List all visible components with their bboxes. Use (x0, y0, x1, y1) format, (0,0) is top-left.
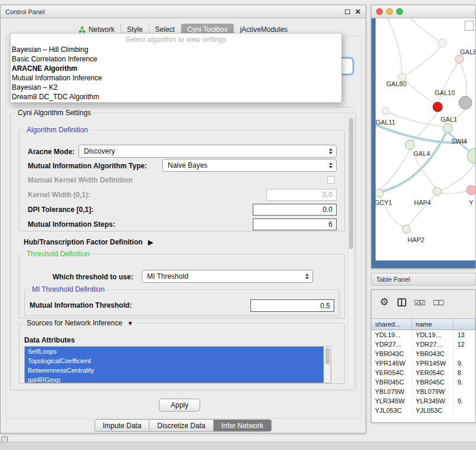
network-window-titlebar[interactable] (371, 5, 475, 18)
algorithm-option-mutual-information-inference[interactable]: Mutual Information Inference (11, 73, 341, 83)
close-traffic-light[interactable] (376, 8, 383, 15)
network-node[interactable] (438, 39, 446, 47)
table-cell[interactable]: YDL19... (412, 330, 454, 340)
mi-steps-field[interactable]: 6 (253, 219, 337, 230)
attributes-scrollbar[interactable] (324, 347, 331, 383)
data-attribute-item-topologicalcoefficient[interactable]: TopologicalCoefficient (25, 356, 324, 366)
table-row[interactable]: YLR345WYLR345W9. (371, 396, 475, 406)
aracne-mode-select[interactable]: Discovery (79, 145, 337, 158)
data-attribute-item-gal4rgexp[interactable]: gal4RGexp (25, 375, 324, 383)
mi-threshold-field[interactable]: 0.5 (250, 299, 334, 312)
table-row[interactable]: YER054CYER054C8. (371, 368, 475, 377)
network-node[interactable] (467, 185, 475, 195)
attributes-scrollbar-thumb[interactable] (325, 348, 330, 364)
network-canvas[interactable]: GAL8GAL80GAL10GAL11GAL1SWI4GAL4GCY1HAP4Y… (376, 18, 475, 260)
minimize-traffic-light[interactable] (386, 8, 393, 15)
bottom-tab-impute-data[interactable]: Impute Data (94, 419, 149, 432)
table-cell[interactable]: YBL079W (412, 387, 454, 396)
settings-scrollbar[interactable] (348, 117, 354, 386)
zoom-traffic-light[interactable] (396, 8, 403, 15)
table-cell[interactable]: YBR045C (412, 377, 454, 387)
table-cell[interactable]: YBR045C (371, 377, 412, 387)
data-attribute-item-betweennesscentrality[interactable]: BetweennessCentrality (25, 366, 324, 375)
show-columns-icon[interactable] (397, 298, 406, 306)
network-edge[interactable] (441, 191, 467, 194)
network-edge[interactable] (380, 129, 448, 192)
sources-group-title[interactable]: Sources for Network Inference ▼ (24, 319, 135, 328)
table-cell[interactable]: 13 (454, 330, 475, 340)
table-cell[interactable]: 9. (454, 358, 475, 368)
kernel-width-field[interactable]: 0.0 (266, 189, 337, 201)
network-edge[interactable] (403, 79, 435, 105)
table-row[interactable]: YPR145WYPR145W9. (371, 358, 475, 368)
table-cell[interactable]: YPR145W (412, 358, 454, 368)
network-node[interactable] (433, 102, 442, 112)
control-panel-titlebar[interactable]: Control Panel ✕ (1, 5, 366, 18)
algorithm-option-bayesian-k2[interactable]: Bayesian – K2 (11, 83, 341, 92)
algorithm-option-dream8-dc-tdc-algorithm[interactable]: Dream8 DC_TDC Algorithm (11, 92, 341, 102)
table-row[interactable]: YJL053CYJL053C (371, 406, 475, 415)
select-all-columns-icon[interactable]: ☑☑ (414, 298, 425, 308)
table-cell[interactable]: YDR27... (412, 340, 454, 349)
network-node[interactable] (376, 189, 383, 197)
network-node[interactable] (459, 96, 472, 109)
table-row[interactable]: YDR27...YDR27...12 (371, 340, 475, 349)
network-edge[interactable] (403, 44, 442, 76)
network-node[interactable] (455, 55, 464, 63)
table-cell[interactable]: YDL19... (371, 330, 412, 340)
network-edge[interactable] (459, 60, 467, 97)
table-row[interactable]: YDL19...YDL19...13 (371, 330, 475, 340)
table-cell[interactable]: YER054C (371, 368, 412, 377)
float-window-icon[interactable] (345, 9, 350, 14)
table-cell[interactable] (454, 406, 475, 415)
table-cell[interactable]: YER054C (412, 368, 454, 377)
column-header-shared[interactable]: shared... (371, 319, 412, 330)
network-edge[interactable] (387, 18, 402, 76)
network-node[interactable] (382, 107, 389, 115)
table-panel-header[interactable]: Table Panel (371, 273, 476, 286)
table-row[interactable]: YBR045CYBR045C9. (371, 377, 475, 387)
algorithm-option-bayesian-hill-climbing[interactable]: Bayesian – Hill Climbing (11, 45, 341, 54)
table-cell[interactable]: YLR345W (371, 396, 412, 406)
table-cell[interactable]: YJL053C (412, 406, 454, 415)
which-threshold-select[interactable]: MI Threshold (142, 270, 313, 283)
mi-algorithm-type-select[interactable]: Naive Bayes (162, 159, 337, 172)
bottom-tab-infer-network[interactable]: Infer Network (214, 419, 272, 432)
column-header-name[interactable]: name (412, 319, 454, 330)
apply-button[interactable]: Apply (159, 399, 200, 412)
network-node[interactable] (402, 225, 410, 233)
network-node[interactable] (443, 123, 452, 133)
navigator-box[interactable] (465, 21, 474, 31)
network-edge[interactable] (438, 60, 459, 103)
column-header-2[interactable] (454, 319, 475, 330)
table-cell[interactable]: YPR145W (371, 358, 412, 368)
algorithm-option-basic-correlation-inference[interactable]: Basic Correlation Inference (11, 54, 341, 64)
bottom-tab-discretize-data[interactable]: Discretize Data (149, 419, 213, 432)
table-cell[interactable]: YLR345W (412, 396, 454, 406)
table-cell[interactable]: YBL079W (371, 387, 412, 396)
network-edge[interactable] (411, 18, 442, 42)
table-cell[interactable]: YBR043C (371, 349, 412, 358)
algorithm-option-aracne-algorithm[interactable]: ARACNE Algorithm (11, 64, 341, 73)
data-attribute-item-selfloops[interactable]: SelfLoops (25, 347, 324, 356)
table-cell[interactable]: YJL053C (371, 406, 412, 415)
table-cell[interactable]: 9. (454, 396, 475, 406)
table-cell[interactable]: YDR27... (371, 340, 412, 349)
table-cell[interactable]: 9. (454, 377, 475, 387)
network-node[interactable] (433, 187, 441, 195)
table-cell[interactable] (454, 349, 475, 358)
table-cell[interactable]: YBR043C (412, 349, 454, 358)
unselect-all-columns-icon[interactable]: ☐☐ (433, 298, 444, 308)
table-row[interactable]: YBR043CYBR043C (371, 349, 475, 358)
table-cell[interactable] (454, 387, 475, 396)
dpi-tolerance-field[interactable]: 0.0 (253, 204, 337, 216)
settings-scrollbar-thumb[interactable] (349, 118, 353, 249)
table-row[interactable]: YBL079WYBL079W (371, 387, 475, 396)
close-icon[interactable]: ✕ (355, 8, 361, 16)
network-node[interactable] (405, 140, 415, 149)
hub-section-toggle[interactable]: Hub/Transcription Factor Definition ▶ (24, 237, 153, 247)
network-edge[interactable] (380, 149, 410, 190)
table-cell[interactable]: 8. (454, 368, 475, 377)
settings-gear-icon[interactable]: ⚙ (380, 297, 389, 308)
table-cell[interactable]: 12 (454, 340, 475, 349)
